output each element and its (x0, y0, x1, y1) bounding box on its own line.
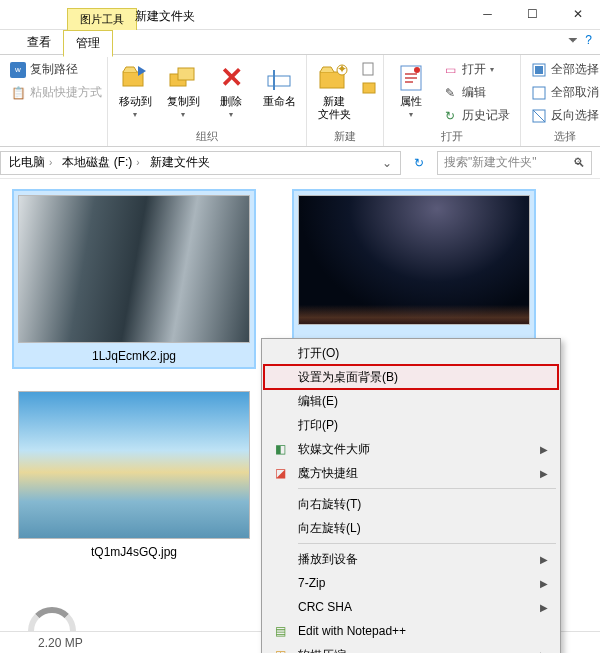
rename-label: 重命名 (263, 95, 296, 108)
ctx-edit[interactable]: 编辑(E) (264, 389, 558, 413)
group-select-label: 选择 (527, 127, 600, 144)
help-icon[interactable]: ? (585, 33, 592, 47)
ribbon-tabs-row: 查看 管理 ⏷ ? (0, 30, 600, 55)
chevron-down-icon: ▾ (409, 110, 413, 119)
thumbnail (298, 195, 530, 325)
chevron-down-icon: ▾ (229, 110, 233, 119)
tab-manage[interactable]: 管理 (63, 30, 113, 57)
submenu-arrow-icon: ▶ (540, 554, 548, 565)
submenu-arrow-icon: ▶ (540, 444, 548, 455)
address-bar-row: 比电脑› 本地磁盘 (F:)› 新建文件夹 ⌄ ↻ 搜索"新建文件夹" 🔍︎ (0, 147, 600, 179)
group-clipboard: w 复制路径 📋 粘贴快捷方式 (0, 55, 108, 146)
ctx-ruanmei-master[interactable]: ◧ 软媒文件大师▶ (264, 437, 558, 461)
ctx-set-wallpaper[interactable]: 设置为桌面背景(B) (264, 365, 558, 389)
ctx-rotate-left[interactable]: 向左旋转(L) (264, 516, 558, 540)
submenu-arrow-icon: ▶ (540, 578, 548, 589)
ctx-print[interactable]: 打印(P) (264, 413, 558, 437)
app-icon: ◧ (272, 441, 288, 457)
breadcrumb-pc[interactable]: 比电脑› (5, 152, 56, 173)
address-bar[interactable]: 比电脑› 本地磁盘 (F:)› 新建文件夹 ⌄ (0, 151, 401, 175)
breadcrumb-drive[interactable]: 本地磁盘 (F:)› (58, 152, 143, 173)
svg-text:✦: ✦ (337, 62, 347, 76)
chevron-down-icon: ▾ (490, 65, 494, 74)
select-none-label: 全部取消 (551, 84, 599, 101)
rename-icon (263, 61, 295, 93)
move-to-button[interactable]: 移动到 ▾ (114, 59, 156, 121)
ctx-crc[interactable]: CRC SHA▶ (264, 595, 558, 619)
zip-icon: ◫ (272, 647, 288, 653)
new-item-icon[interactable] (361, 61, 377, 77)
ctx-mofang[interactable]: ◪ 魔方快捷组▶ (264, 461, 558, 485)
separator (298, 488, 556, 489)
copy-path-icon: w (10, 62, 26, 78)
app-icon: ◪ (272, 465, 288, 481)
svg-rect-14 (533, 87, 545, 99)
minimize-button[interactable]: ─ (465, 0, 510, 28)
search-input[interactable]: 搜索"新建文件夹" 🔍︎ (437, 151, 592, 175)
select-all-icon (531, 62, 547, 78)
svg-rect-8 (363, 63, 373, 75)
copy-to-button[interactable]: 复制到 ▾ (162, 59, 204, 121)
submenu-arrow-icon: ▶ (540, 468, 548, 479)
select-none-icon (531, 85, 547, 101)
invert-label: 反向选择 (551, 107, 599, 124)
delete-icon: ✕ (215, 61, 247, 93)
paste-shortcut-button: 📋 粘贴快捷方式 (6, 82, 106, 103)
history-label: 历史记录 (462, 107, 510, 124)
maximize-button[interactable]: ☐ (510, 0, 555, 28)
open-button[interactable]: ▭ 打开 ▾ (438, 59, 514, 80)
chevron-down-icon: ▾ (181, 110, 185, 119)
easy-access-icon[interactable] (361, 79, 377, 95)
chevron-right-icon: › (136, 157, 139, 168)
edit-button[interactable]: ✎ 编辑 (438, 82, 514, 103)
contextual-tab-picture-tools[interactable]: 图片工具 (67, 8, 137, 30)
thumbnail (18, 391, 250, 539)
ctx-notepadpp[interactable]: ▤ Edit with Notepad++ (264, 619, 558, 643)
copy-to-icon (167, 61, 199, 93)
ctx-cast[interactable]: 播放到设备▶ (264, 547, 558, 571)
ctx-rotate-right[interactable]: 向右旋转(T) (264, 492, 558, 516)
delete-label: 删除 (220, 95, 242, 108)
delete-button[interactable]: ✕ 删除 ▾ (210, 59, 252, 121)
move-to-icon (119, 61, 151, 93)
svg-rect-9 (363, 83, 375, 93)
group-select: 全部选择 全部取消 反向选择 选择 (521, 55, 600, 146)
properties-button[interactable]: 属性 ▾ (390, 59, 432, 121)
ctx-ruanmei-zip[interactable]: ◫ 软媒压缩▶ (264, 643, 558, 653)
file-item-selected[interactable]: 1LJqEcmK2.jpg (14, 191, 254, 367)
new-folder-label: 新建 文件夹 (318, 95, 351, 121)
search-icon: 🔍︎ (573, 156, 585, 170)
refresh-button[interactable]: ↻ (407, 151, 431, 175)
separator (298, 543, 556, 544)
group-open-label: 打开 (390, 127, 514, 144)
file-name: tQ1mJ4sGQ.jpg (91, 545, 177, 559)
file-item[interactable]: tQ1mJ4sGQ.jpg (14, 391, 254, 559)
history-button[interactable]: ↻ 历史记录 (438, 105, 514, 126)
select-all-button[interactable]: 全部选择 (527, 59, 600, 80)
submenu-arrow-icon: ▶ (540, 602, 548, 613)
address-dropdown-icon[interactable]: ⌄ (378, 156, 396, 170)
select-none-button[interactable]: 全部取消 (527, 82, 600, 103)
expand-ribbon-icon[interactable]: ⏷ (567, 33, 579, 47)
svg-rect-13 (535, 66, 543, 74)
group-new: ✦ 新建 文件夹 新建 (307, 55, 384, 146)
invert-selection-icon (531, 108, 547, 124)
new-folder-button[interactable]: ✦ 新建 文件夹 (313, 59, 355, 123)
svg-point-11 (414, 67, 420, 73)
breadcrumb-folder[interactable]: 新建文件夹 (146, 152, 214, 173)
copy-path-button[interactable]: w 复制路径 (6, 59, 106, 80)
group-clipboard-label (6, 142, 101, 144)
edit-label: 编辑 (462, 84, 486, 101)
select-all-label: 全部选择 (551, 61, 599, 78)
status-size: 2.20 MP (38, 636, 83, 650)
svg-rect-3 (268, 76, 290, 86)
ctx-open[interactable]: 打开(O) (264, 341, 558, 365)
ribbon: w 复制路径 📋 粘贴快捷方式 移动到 ▾ (0, 55, 600, 147)
tab-view[interactable]: 查看 (15, 30, 63, 55)
svg-rect-2 (178, 68, 194, 80)
submenu-arrow-icon: ▶ (540, 650, 548, 654)
ctx-7zip[interactable]: 7-Zip▶ (264, 571, 558, 595)
rename-button[interactable]: 重命名 (258, 59, 300, 110)
close-button[interactable]: ✕ (555, 0, 600, 28)
invert-selection-button[interactable]: 反向选择 (527, 105, 600, 126)
